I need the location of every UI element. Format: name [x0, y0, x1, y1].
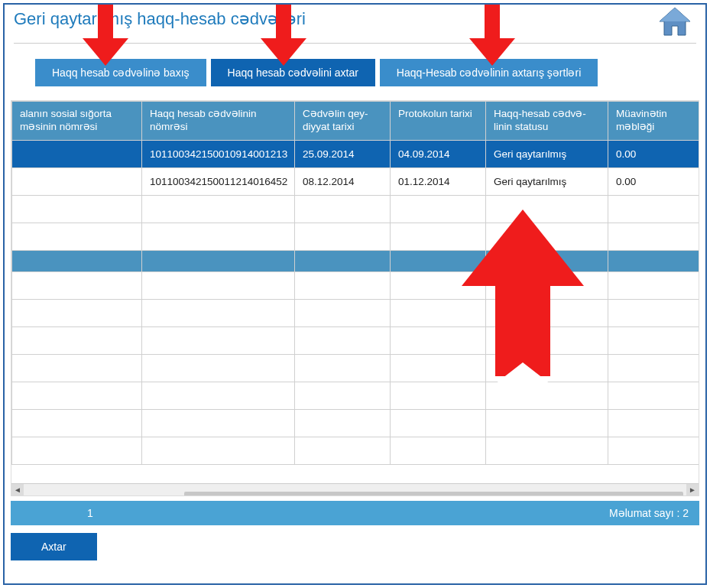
- cell: 01.12.2014: [391, 167, 486, 195]
- cell: 0.00: [608, 167, 700, 195]
- col-header[interactable]: Protokolun tarixi: [391, 102, 486, 141]
- table-row: [12, 223, 700, 250]
- results-table-container: alanın sosial sığorta məsinin nömrəsi Ha…: [11, 100, 699, 496]
- tab-bar: Haqq hesab cədvəlinə baxış Haqq hesab cə…: [14, 59, 696, 100]
- table-row: [12, 299, 700, 326]
- pager-bar: 1 Məlumat sayı : 2: [11, 501, 699, 525]
- table-spacer-row: [12, 250, 700, 271]
- col-header[interactable]: Cədvəlin qey-diyyat tarixi: [295, 102, 391, 141]
- header: Geri qaytarılmış haqq-hesab cədvəlləri H…: [5, 5, 705, 100]
- scroll-thumb[interactable]: [184, 492, 683, 497]
- footer: Axtar: [5, 525, 705, 568]
- svg-marker-1: [660, 8, 690, 21]
- table-row[interactable]: 101100342150010914001213 25.09.2014 04.0…: [12, 140, 700, 167]
- table-body: 101100342150010914001213 25.09.2014 04.0…: [12, 140, 700, 464]
- col-header[interactable]: alanın sosial sığorta məsinin nömrəsi: [12, 102, 142, 141]
- scroll-right-icon[interactable]: ►: [686, 484, 699, 496]
- table-row: [12, 409, 700, 437]
- tab-label: Haqq-Hesab cədvəlinin axtarış şərtləri: [397, 67, 581, 79]
- cell: 101100342150011214016452: [142, 167, 295, 195]
- tab-search-schedule[interactable]: Haqq hesab cədvəlini axtar: [211, 59, 375, 86]
- cell: Geri qaytarılmış: [486, 140, 608, 167]
- cell: [12, 140, 142, 167]
- table-row: [12, 437, 700, 464]
- table-row: [12, 271, 700, 299]
- tab-view-schedule[interactable]: Haqq hesab cədvəlinə baxış: [35, 59, 206, 86]
- search-button[interactable]: Axtar: [11, 533, 97, 560]
- tab-search-criteria[interactable]: Haqq-Hesab cədvəlinin axtarış şərtləri: [380, 59, 598, 86]
- cell: 04.09.2014: [391, 140, 486, 167]
- scroll-left-icon[interactable]: ◄: [11, 484, 24, 496]
- table-row: [12, 382, 700, 409]
- col-header[interactable]: Haqq hesab cədvəlinin nömrəsi: [142, 102, 295, 141]
- table-row[interactable]: 101100342150011214016452 08.12.2014 01.1…: [12, 167, 700, 195]
- cell: 0.00: [608, 140, 700, 167]
- app-frame: Geri qaytarılmış haqq-hesab cədvəlləri H…: [3, 3, 707, 585]
- horizontal-scrollbar[interactable]: ◄ ►: [11, 483, 699, 495]
- col-header[interactable]: Müavinətin məbləği: [608, 102, 700, 141]
- table-row: [12, 195, 700, 223]
- cell: Geri qaytarılmış: [486, 167, 608, 195]
- cell: 25.09.2014: [295, 140, 391, 167]
- table-header-row: alanın sosial sığorta məsinin nömrəsi Ha…: [12, 102, 700, 141]
- tab-label: Haqq hesab cədvəlini axtar: [228, 67, 358, 79]
- table-row: [12, 326, 700, 354]
- page-title: Geri qaytarılmış haqq-hesab cədvəlləri: [14, 9, 696, 43]
- col-header[interactable]: Haqq-hesab cədvə-linin statusu: [486, 102, 608, 141]
- divider: [14, 43, 696, 44]
- tab-label: Haqq hesab cədvəlinə baxış: [52, 67, 190, 79]
- home-icon[interactable]: [657, 6, 693, 38]
- record-count: Məlumat sayı : 2: [609, 507, 689, 519]
- page-number[interactable]: 1: [21, 507, 159, 519]
- results-table: alanın sosial sığorta məsinin nömrəsi Ha…: [11, 101, 699, 465]
- cell: 08.12.2014: [295, 167, 391, 195]
- table-row: [12, 354, 700, 382]
- cell: 101100342150010914001213: [142, 140, 295, 167]
- cell: [12, 167, 142, 195]
